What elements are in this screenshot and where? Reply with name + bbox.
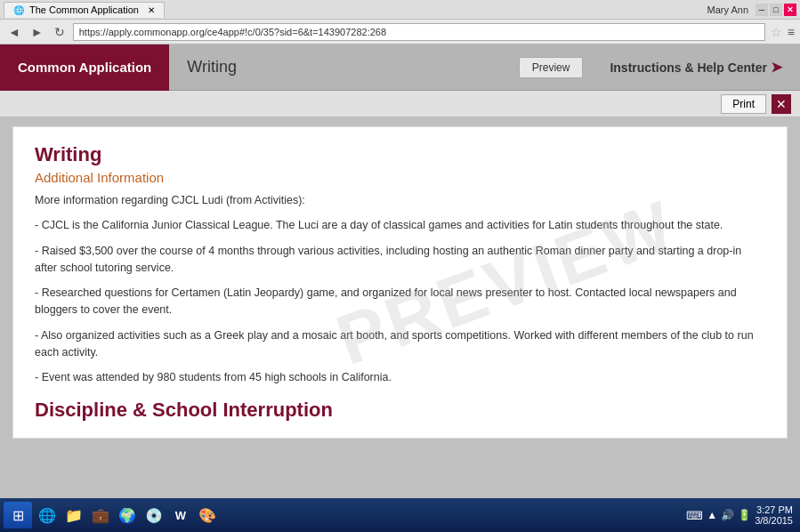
refresh-button[interactable]: ↻ [52, 25, 68, 39]
paragraph-5: - Event was attended by 980 students fro… [35, 369, 765, 386]
paragraph-3: - Researched questions for Certamen (Lat… [35, 285, 765, 318]
paragraph-1: - CJCL is the California Junior Classica… [35, 217, 765, 234]
common-app-button[interactable]: Common Application [0, 44, 169, 91]
taskbar-date: 3/8/2015 [755, 515, 793, 526]
taskbar-icon-ie[interactable]: 🌐 [36, 504, 59, 527]
help-center-label: Instructions & Help Center [610, 60, 767, 75]
page-title: Writing [35, 143, 765, 166]
url-input[interactable] [73, 23, 765, 41]
browser-tab[interactable]: 🌐 The Common Application ✕ [4, 2, 165, 18]
tab-close-icon[interactable]: ✕ [148, 5, 155, 15]
header-writing-label: Writing [169, 58, 518, 77]
section-subtitle: Additional Information [35, 170, 765, 185]
taskbar-icon-dropbox[interactable]: 💿 [142, 504, 166, 527]
taskbar-right: ⌨ ▲ 🔊 🔋 3:27 PM 3/8/2015 [686, 504, 796, 526]
help-arrow-icon: ➤ [771, 59, 782, 76]
close-window-button[interactable]: ✕ [784, 4, 796, 16]
taskbar-keyboard-icon: ⌨ [686, 509, 703, 522]
minimize-button[interactable]: ─ [756, 4, 768, 16]
taskbar-network-icon: ▲ [707, 509, 717, 521]
user-label: Mary Ann [707, 4, 748, 15]
taskbar-time: 3:27 PM [755, 504, 793, 515]
address-bar: ◄ ► ↻ ☆ ≡ [0, 20, 800, 44]
taskbar-icon-word[interactable]: W [169, 504, 192, 527]
window-controls: ─ □ ✕ [756, 4, 796, 16]
main-content: PREVIEW Writing Additional Information M… [12, 126, 788, 439]
forward-button[interactable]: ► [28, 25, 46, 39]
intro-text: More information regarding CJCL Ludi (fr… [35, 194, 765, 206]
taskbar-icon-paint[interactable]: 🎨 [196, 504, 219, 527]
paragraph-2: - Raised $3,500 over the course of 4 mon… [35, 243, 765, 277]
maximize-button[interactable]: □ [770, 4, 782, 16]
discipline-title: Discipline & School Interruption [35, 399, 765, 422]
page-toolbar: Print ✕ [0, 91, 800, 117]
taskbar-icon-store[interactable]: 💼 [89, 504, 112, 527]
taskbar-volume-icon: 🔊 [721, 509, 734, 521]
taskbar-battery-icon: 🔋 [738, 509, 751, 521]
help-center-link[interactable]: Instructions & Help Center ➤ [592, 59, 800, 76]
back-button[interactable]: ◄ [5, 25, 23, 39]
taskbar: ⊞ 🌐 📁 💼 🌍 💿 W 🎨 ⌨ ▲ 🔊 🔋 3:27 PM 3/8/2015 [0, 498, 800, 532]
start-button[interactable]: ⊞ [4, 502, 32, 528]
preview-button[interactable]: Preview [519, 57, 584, 78]
paragraph-4: - Also organized activities such as a Gr… [35, 327, 765, 361]
app-header: Common Application Writing Preview Instr… [0, 44, 800, 91]
print-button[interactable]: Print [721, 94, 766, 114]
tab-title: The Common Application [29, 4, 139, 15]
browser-titlebar: 🌐 The Common Application ✕ Mary Ann ─ □ … [0, 0, 800, 20]
bookmark-icon[interactable]: ☆ [771, 25, 782, 39]
close-preview-button[interactable]: ✕ [772, 94, 791, 114]
tab-icon: 🌐 [13, 5, 24, 15]
taskbar-icon-chrome[interactable]: 🌍 [116, 504, 139, 527]
taskbar-clock: 3:27 PM 3/8/2015 [755, 504, 793, 526]
menu-icon[interactable]: ≡ [788, 25, 795, 39]
taskbar-icon-explorer[interactable]: 📁 [62, 504, 85, 527]
